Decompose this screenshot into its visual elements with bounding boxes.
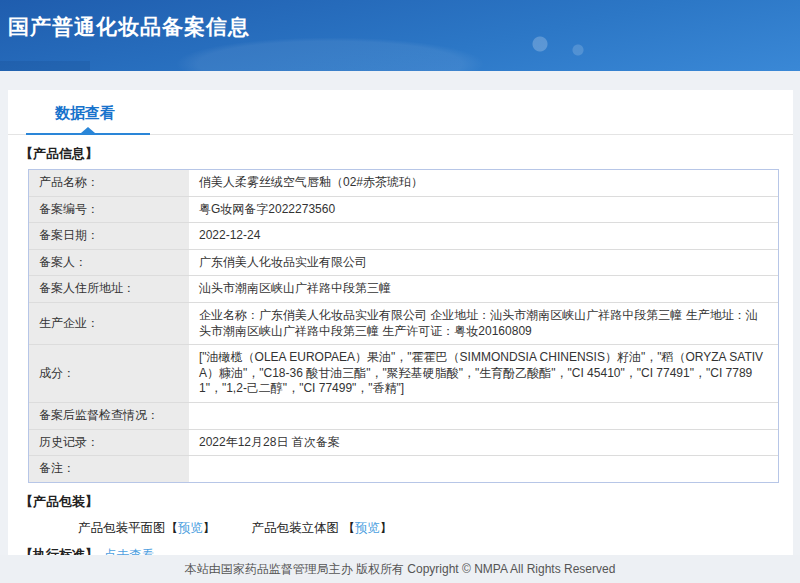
view-link-execution-standard[interactable]: 点击查看 bbox=[104, 548, 154, 555]
row-value: 汕头市潮南区峡山广祥路中段第三幢 bbox=[189, 276, 778, 303]
table-row-filer-address: 备案人住所地址： 汕头市潮南区峡山广祥路中段第三幢 bbox=[29, 276, 778, 303]
row-value: 广东俏美人化妆品实业有限公司 bbox=[189, 250, 778, 277]
table-row-history: 历史记录： 2022年12月28日 首次备案 bbox=[29, 430, 778, 457]
page-title: 国产普通化妆品备案信息 bbox=[0, 0, 800, 41]
page-footer: 本站由国家药品监督管理局主办 版权所有 Copyright © NMPA All… bbox=[0, 555, 800, 583]
tab-pointer-triangle bbox=[81, 127, 95, 133]
bracket-open: 【 bbox=[342, 521, 355, 535]
row-value bbox=[189, 456, 778, 482]
packaging-links-row: 产品包装平面图【预览】 产品包装立体图 【预览】 bbox=[78, 520, 793, 537]
bracket-close: 】 bbox=[380, 521, 393, 535]
bracket-close: 】 bbox=[203, 521, 216, 535]
page-header: 国产普通化妆品备案信息 bbox=[0, 0, 800, 71]
row-label: 备案人： bbox=[29, 250, 189, 277]
tab-bar: 数据查看 bbox=[8, 90, 793, 135]
preview-link-flat[interactable]: 预览 bbox=[178, 521, 203, 535]
row-label: 备案人住所地址： bbox=[29, 276, 189, 303]
footer-text: 本站由国家药品监督管理局主办 版权所有 Copyright © NMPA All… bbox=[185, 561, 616, 578]
row-label: 备案后监督检查情况： bbox=[29, 403, 189, 430]
row-value: 2022年12月28日 首次备案 bbox=[189, 430, 778, 457]
row-label: 备案编号： bbox=[29, 197, 189, 224]
row-value: 企业名称：广东俏美人化妆品实业有限公司 企业地址：汕头市潮南区峡山广祥路中段第三… bbox=[189, 303, 778, 345]
table-row-filing-date: 备案日期： 2022-12-24 bbox=[29, 223, 778, 250]
tab-data-view[interactable]: 数据查看 bbox=[55, 104, 115, 123]
table-row-filer: 备案人： 广东俏美人化妆品实业有限公司 bbox=[29, 250, 778, 277]
row-value: 粤G妆网备字2022273560 bbox=[189, 197, 778, 224]
packaging-flat-item: 产品包装平面图【预览】 bbox=[78, 520, 216, 537]
execution-standard-row: 【执行标准】点击查看 bbox=[20, 546, 793, 555]
table-row-ingredients: 成分： ["油橄榄（OLEA EUROPAEA）果油"，"霍霍巴（SIMMOND… bbox=[29, 345, 778, 403]
row-label: 历史记录： bbox=[29, 430, 189, 457]
table-row-remarks: 备注： bbox=[29, 456, 778, 482]
row-label: 生产企业： bbox=[29, 303, 189, 345]
preview-link-3d[interactable]: 预览 bbox=[355, 521, 380, 535]
packaging-flat-label: 产品包装平面图 bbox=[78, 521, 166, 535]
table-row-post-filing-inspection: 备案后监督检查情况： bbox=[29, 403, 778, 430]
row-value bbox=[189, 403, 778, 430]
bracket-open: 【 bbox=[166, 521, 179, 535]
section-title-product-info: 【产品信息】 bbox=[20, 145, 793, 163]
row-value: 2022-12-24 bbox=[189, 223, 778, 250]
row-value: ["油橄榄（OLEA EUROPAEA）果油"，"霍霍巴（SIMMONDSIA … bbox=[189, 345, 778, 403]
row-label: 备注： bbox=[29, 456, 189, 482]
packaging-3d-label: 产品包装立体图 bbox=[252, 521, 340, 535]
section-title-product-packaging: 【产品包装】 bbox=[20, 493, 793, 511]
tab-active-indicator bbox=[26, 133, 150, 135]
product-info-table: 产品名称： 俏美人柔雾丝绒空气唇釉（02#赤茶琥珀） 备案编号： 粤G妆网备字2… bbox=[28, 169, 779, 483]
packaging-3d-item: 产品包装立体图 【预览】 bbox=[252, 520, 393, 537]
row-label: 备案日期： bbox=[29, 223, 189, 250]
table-row-product-name: 产品名称： 俏美人柔雾丝绒空气唇釉（02#赤茶琥珀） bbox=[29, 170, 778, 197]
content-card: 数据查看 【产品信息】 产品名称： 俏美人柔雾丝绒空气唇釉（02#赤茶琥珀） 备… bbox=[8, 90, 793, 555]
row-label: 产品名称： bbox=[29, 170, 189, 197]
table-row-manufacturer: 生产企业： 企业名称：广东俏美人化妆品实业有限公司 企业地址：汕头市潮南区峡山广… bbox=[29, 303, 778, 345]
row-value: 俏美人柔雾丝绒空气唇釉（02#赤茶琥珀） bbox=[189, 170, 778, 197]
table-row-filing-number: 备案编号： 粤G妆网备字2022273560 bbox=[29, 197, 778, 224]
section-title-execution-standard: 【执行标准】 bbox=[20, 547, 98, 555]
row-label: 成分： bbox=[29, 345, 189, 403]
